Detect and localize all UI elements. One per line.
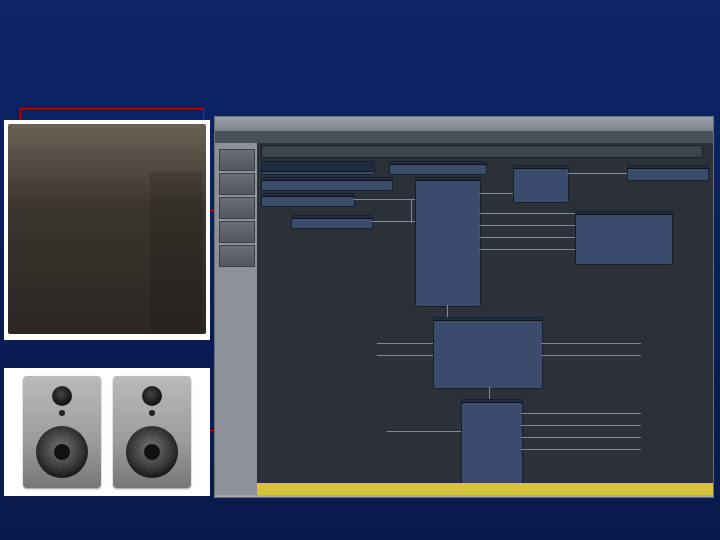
routing-wire bbox=[377, 355, 433, 356]
node-adat-dest[interactable] bbox=[433, 317, 543, 389]
routing-wire bbox=[541, 355, 641, 356]
palette-slot[interactable] bbox=[219, 221, 255, 243]
routing-wire bbox=[479, 249, 575, 250]
routing-wire bbox=[447, 305, 448, 317]
routing-wire bbox=[411, 199, 412, 223]
routing-wire bbox=[521, 437, 641, 438]
node-pulsar-dest[interactable] bbox=[627, 165, 709, 181]
node-stm-mixer[interactable] bbox=[415, 177, 481, 307]
node-sampler[interactable] bbox=[461, 399, 523, 487]
palette-slot[interactable] bbox=[219, 245, 255, 267]
routing-wire bbox=[377, 343, 433, 344]
routing-wire bbox=[353, 199, 415, 200]
node-seq-midi-source[interactable] bbox=[261, 161, 375, 175]
palette-slot[interactable] bbox=[219, 173, 255, 195]
routing-wire bbox=[479, 213, 575, 214]
scope-status-bar bbox=[257, 483, 713, 495]
scope-toolbar bbox=[261, 145, 703, 158]
scope-routing-window bbox=[214, 116, 714, 498]
scope-module-palette bbox=[215, 143, 257, 495]
scope-routing-canvas[interactable] bbox=[257, 143, 713, 495]
mixer-patchbay bbox=[12, 128, 202, 168]
mixing-console-image bbox=[8, 124, 206, 334]
slide bbox=[0, 0, 720, 540]
scope-titlebar bbox=[215, 117, 713, 131]
routing-wire bbox=[371, 221, 415, 222]
routing-wire bbox=[479, 237, 575, 238]
speaker-left bbox=[23, 376, 101, 488]
node-seq-midi-dest[interactable] bbox=[389, 161, 487, 175]
node-pulsar-source[interactable] bbox=[291, 215, 373, 229]
node-adat-source[interactable] bbox=[261, 193, 355, 207]
node-midi[interactable] bbox=[513, 165, 569, 203]
routing-wire bbox=[541, 343, 641, 344]
scope-app-menu bbox=[215, 131, 713, 143]
routing-wire bbox=[521, 449, 641, 450]
scope-body bbox=[215, 143, 713, 495]
routing-wire bbox=[479, 193, 513, 194]
routing-wire bbox=[479, 225, 575, 226]
routing-wire bbox=[567, 173, 627, 174]
routing-wire bbox=[521, 413, 641, 414]
node-project[interactable] bbox=[261, 177, 393, 191]
routing-wire bbox=[387, 431, 461, 432]
node-master[interactable] bbox=[575, 211, 673, 265]
speaker-right bbox=[113, 376, 191, 488]
mixer-master-section bbox=[150, 172, 202, 330]
routing-wire bbox=[521, 425, 641, 426]
monitoring-speakers-image bbox=[8, 372, 206, 492]
palette-slot[interactable] bbox=[219, 149, 255, 171]
routing-wire bbox=[489, 387, 490, 399]
palette-slot[interactable] bbox=[219, 197, 255, 219]
